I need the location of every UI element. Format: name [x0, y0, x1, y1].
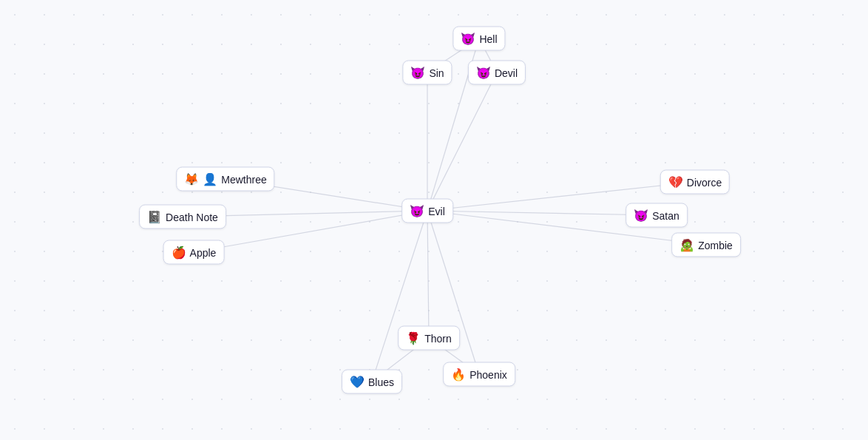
node-thorn[interactable]: 🌹Thorn [398, 326, 460, 351]
node-icon-phoenix: 🔥 [451, 368, 466, 382]
node-label-apple: Apple [190, 246, 217, 258]
node-blues[interactable]: 💙Blues [342, 370, 402, 394]
node-label-sin: Sin [429, 67, 444, 78]
node-label-phoenix: Phoenix [469, 368, 507, 380]
node-icon-satan: 😈 [634, 209, 648, 223]
node-icon-blues: 💙 [350, 375, 365, 389]
node-icon-hell: 😈 [461, 32, 475, 46]
node-sin[interactable]: 😈Sin [402, 61, 452, 85]
node-evil[interactable]: 😈Evil [401, 199, 453, 223]
node-icon-deathnote: 📓 [147, 210, 162, 224]
node-icon-thorn: 🌹 [406, 331, 421, 345]
node-icon-sin: 😈 [410, 66, 425, 80]
node-label-deathnote: Death Note [166, 211, 218, 223]
node-zombie[interactable]: 🧟Zombie [671, 233, 741, 257]
node-divorce[interactable]: 💔Divorce [660, 170, 730, 194]
svg-line-7 [194, 211, 427, 252]
node-icon-zombie: 🧟 [679, 238, 694, 252]
node-label-thorn: Thorn [424, 332, 452, 344]
node-label-mewthree: Mewthree [221, 173, 266, 185]
svg-line-11 [427, 211, 429, 338]
node-apple[interactable]: 🍎Apple [163, 240, 225, 265]
node-deathnote[interactable]: 📓Death Note [139, 205, 226, 229]
node-label-satan: Satan [652, 209, 679, 221]
node-label-hell: Hell [479, 33, 497, 44]
node-icon-devil: 😈 [476, 66, 491, 80]
node-phoenix[interactable]: 🔥Phoenix [443, 362, 515, 387]
node-label-divorce: Divorce [687, 176, 722, 188]
node-icon-mewthree: 🦊 [184, 172, 199, 186]
svg-line-3 [427, 72, 497, 211]
node-label-devil: Devil [495, 67, 518, 78]
node-icon-divorce: 💔 [668, 175, 683, 189]
node-icon-apple: 🍎 [172, 246, 186, 260]
node-label-zombie: Zombie [698, 239, 733, 251]
node-satan[interactable]: 😈Satan [625, 203, 688, 228]
node-devil[interactable]: 😈Devil [468, 61, 526, 85]
node-hell[interactable]: 😈Hell [452, 27, 505, 51]
node-icon-evil: 😈 [410, 204, 424, 218]
svg-line-14 [372, 211, 427, 382]
node-label-evil: Evil [428, 205, 445, 217]
node-icon2-mewthree: 👤 [203, 172, 217, 186]
node-label-blues: Blues [368, 376, 394, 387]
node-mewthree[interactable]: 🦊👤Mewthree [176, 167, 274, 192]
